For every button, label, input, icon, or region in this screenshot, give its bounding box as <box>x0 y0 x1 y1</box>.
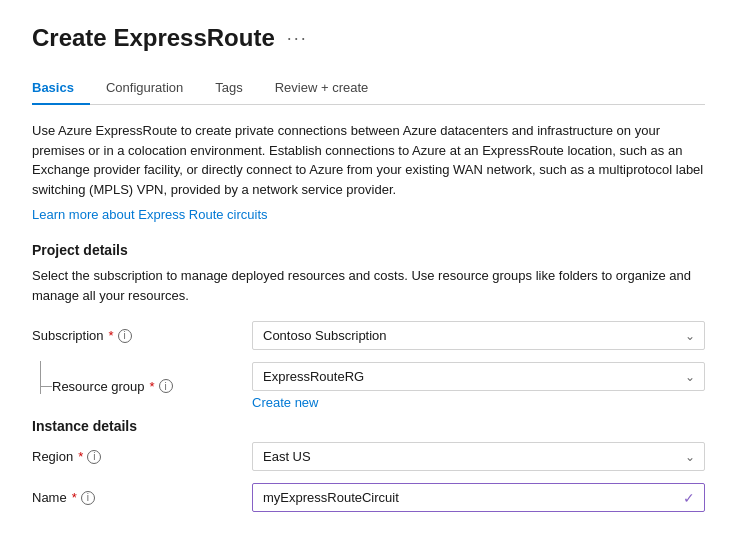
resource-group-dropdown-wrapper: ExpressRouteRG ⌄ <box>252 362 705 391</box>
subscription-value: Contoso Subscription <box>263 328 387 343</box>
project-details-form: Subscription * i Contoso Subscription ⌄ … <box>32 321 705 410</box>
resource-group-info-icon[interactable]: i <box>159 379 173 393</box>
resource-group-value: ExpressRouteRG <box>263 369 364 384</box>
name-label-col: Name * i <box>32 490 252 505</box>
name-input-col: ✓ <box>252 483 705 512</box>
region-input-col: East US ⌄ <box>252 442 705 471</box>
subscription-info-icon[interactable]: i <box>118 329 132 343</box>
region-info-icon[interactable]: i <box>87 450 101 464</box>
subscription-label-col: Subscription * i <box>32 328 252 343</box>
name-info-icon[interactable]: i <box>81 491 95 505</box>
instance-details-title: Instance details <box>32 418 705 434</box>
ellipsis-menu-icon[interactable]: ··· <box>287 28 308 49</box>
subscription-dropdown-wrapper: Contoso Subscription ⌄ <box>252 321 705 350</box>
region-label: Region <box>32 449 73 464</box>
tab-review-create[interactable]: Review + create <box>259 72 385 105</box>
subscription-required: * <box>109 328 114 343</box>
subscription-label: Subscription <box>32 328 104 343</box>
resource-group-dropdown[interactable]: ExpressRouteRG ⌄ <box>252 362 705 391</box>
resource-group-input-col: ExpressRouteRG ⌄ Create new <box>252 362 705 410</box>
region-dropdown-wrapper: East US ⌄ <box>252 442 705 471</box>
name-row: Name * i ✓ <box>32 483 705 512</box>
learn-more-link[interactable]: Learn more about Express Route circuits <box>32 207 268 222</box>
create-new-resource-group-link[interactable]: Create new <box>252 395 705 410</box>
name-input[interactable] <box>252 483 705 512</box>
resource-group-chevron-icon: ⌄ <box>685 370 695 384</box>
tab-basics[interactable]: Basics <box>32 72 90 105</box>
region-chevron-icon: ⌄ <box>685 450 695 464</box>
instance-details-form: Region * i East US ⌄ Name * i ✓ <box>32 442 705 512</box>
project-details-desc: Select the subscription to manage deploy… <box>32 266 705 305</box>
page-title: Create ExpressRoute <box>32 24 275 52</box>
subscription-chevron-icon: ⌄ <box>685 329 695 343</box>
region-row: Region * i East US ⌄ <box>32 442 705 471</box>
tab-bar: Basics Configuration Tags Review + creat… <box>32 72 705 105</box>
region-label-col: Region * i <box>32 449 252 464</box>
region-dropdown[interactable]: East US ⌄ <box>252 442 705 471</box>
description-text: Use Azure ExpressRoute to create private… <box>32 121 705 199</box>
name-label: Name <box>32 490 67 505</box>
name-check-icon: ✓ <box>683 490 695 506</box>
name-required: * <box>72 490 77 505</box>
region-required: * <box>78 449 83 464</box>
subscription-dropdown[interactable]: Contoso Subscription ⌄ <box>252 321 705 350</box>
name-input-wrapper: ✓ <box>252 483 705 512</box>
subscription-row: Subscription * i Contoso Subscription ⌄ <box>32 321 705 350</box>
resource-group-row: Resource group * i ExpressRouteRG ⌄ Crea… <box>32 362 705 410</box>
resource-group-label: Resource group <box>52 379 145 394</box>
page-title-area: Create ExpressRoute ··· <box>32 24 705 52</box>
resource-group-label-col: Resource group * i <box>32 379 252 394</box>
tab-configuration[interactable]: Configuration <box>90 72 199 105</box>
project-details-title: Project details <box>32 242 705 258</box>
region-value: East US <box>263 449 311 464</box>
subscription-input-col: Contoso Subscription ⌄ <box>252 321 705 350</box>
resource-group-required: * <box>150 379 155 394</box>
tab-tags[interactable]: Tags <box>199 72 258 105</box>
